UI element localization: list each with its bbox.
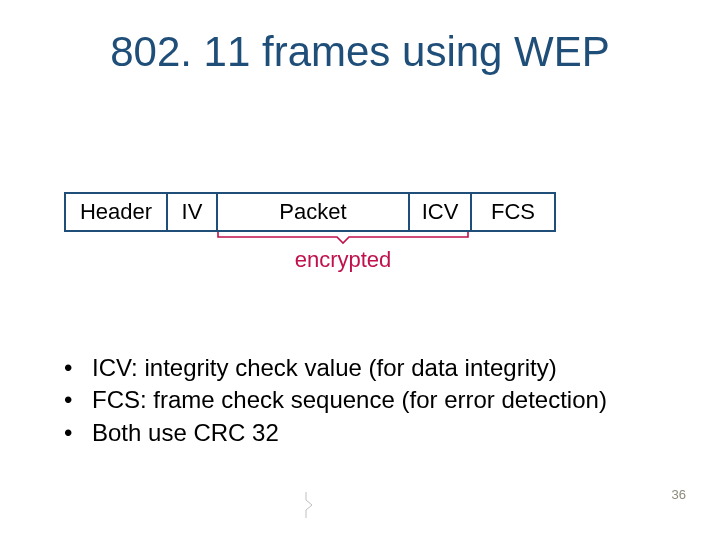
footer-mark-icon [302, 490, 320, 520]
field-header: Header [66, 194, 168, 230]
slide-title: 802. 11 frames using WEP [0, 28, 720, 76]
page-number: 36 [672, 487, 686, 502]
bullet-dot-icon: • [64, 417, 92, 449]
bullet-text: FCS: frame check sequence (for error det… [92, 386, 607, 413]
frame-row: Header IV Packet ICV FCS [64, 192, 556, 232]
bullet-list: •ICV: integrity check value (for data in… [64, 352, 607, 449]
bullet-dot-icon: • [64, 352, 92, 384]
field-packet: Packet [218, 194, 410, 230]
bullet-text: ICV: integrity check value (for data int… [92, 354, 557, 381]
list-item: •ICV: integrity check value (for data in… [64, 352, 607, 384]
frame-diagram: Header IV Packet ICV FCS encrypted [64, 192, 556, 232]
list-item: •FCS: frame check sequence (for error de… [64, 384, 607, 416]
field-icv: ICV [410, 194, 472, 230]
bullet-dot-icon: • [64, 384, 92, 416]
encrypted-bracket: encrypted [217, 231, 469, 273]
list-item: •Both use CRC 32 [64, 417, 607, 449]
field-fcs: FCS [472, 194, 554, 230]
field-iv: IV [168, 194, 218, 230]
encrypted-label: encrypted [217, 247, 469, 273]
slide: 802. 11 frames using WEP Header IV Packe… [0, 0, 720, 540]
bullet-text: Both use CRC 32 [92, 419, 279, 446]
